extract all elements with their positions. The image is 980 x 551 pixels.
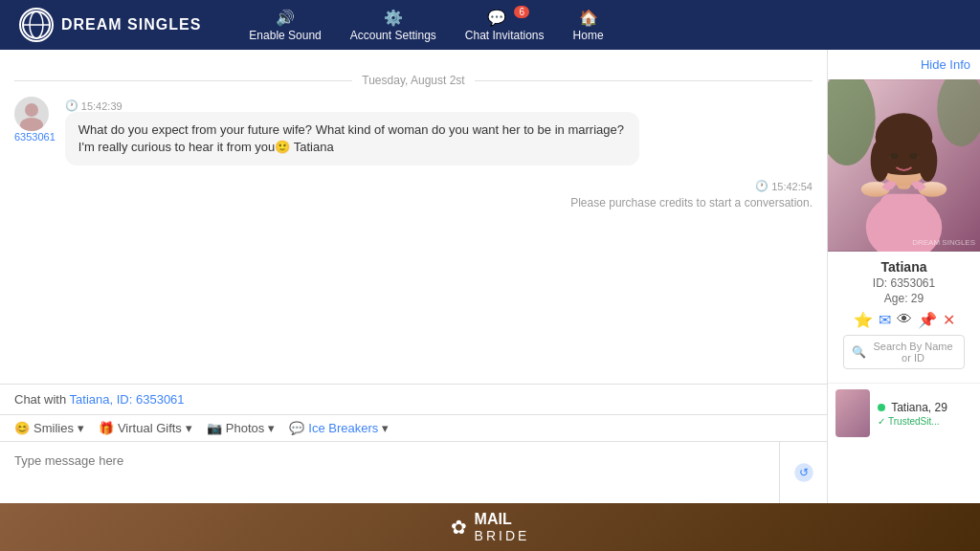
send-icon: ↺: [794, 463, 813, 482]
mini-profile-name: Tatiana, 29: [878, 401, 947, 414]
smilies-button[interactable]: 😊 Smilies ▾: [14, 421, 84, 435]
profile-photo: DREAM SINGLES: [828, 79, 980, 252]
message-bubble: What do you expect from your future wife…: [65, 112, 639, 165]
sender-id-link[interactable]: 6353061: [14, 131, 56, 143]
footer: ✿ MAIL BRIDE: [0, 503, 980, 551]
search-placeholder: Search By Name or ID: [870, 341, 956, 364]
ice-breakers-icon: 💬: [289, 421, 304, 435]
profile-info: Tatiana ID: 6353061 Age: 29 ⭐ ✉ 👁 📌 ✕ 🔍 …: [828, 252, 980, 383]
gear-icon: ⚙️: [384, 9, 403, 27]
chat-area: Tuesday, August 2st 6353061 🕐: [0, 50, 827, 503]
chat-messages: Tuesday, August 2st 6353061 🕐: [0, 50, 827, 384]
avatar: [14, 97, 49, 131]
svg-point-4: [20, 118, 43, 131]
chat-toolbar: 😊 Smilies ▾ 🎁 Virtual Gifts ▾ 📷 Photos ▾…: [0, 414, 827, 441]
gift-icon: 🎁: [99, 421, 114, 435]
ice-breakers-chevron-icon: ▾: [382, 421, 389, 435]
profile-name: Tatiana: [835, 259, 972, 275]
chat-partner-link[interactable]: Tatiana, ID: 6353061: [70, 392, 185, 407]
header: DREAM SINGLES 🔊 Enable Sound ⚙️ Account …: [0, 0, 980, 50]
nav-chat-invitations-label: Chat Invitations: [465, 29, 545, 42]
watermark: DREAM SINGLES: [912, 238, 975, 247]
action-icons: ⭐ ✉ 👁 📌 ✕: [835, 311, 972, 329]
virtual-gifts-button[interactable]: 🎁 Virtual Gifts ▾: [99, 421, 192, 435]
smilies-chevron-icon: ▾: [78, 421, 84, 435]
trusted-badge: ✓ TrustedSit...: [878, 416, 947, 427]
footer-bride-text: BRIDE: [475, 528, 530, 544]
nav-enable-sound-label: Enable Sound: [249, 29, 321, 42]
chat-input-area: ↺: [0, 441, 827, 503]
profile-id: ID: 6353061: [835, 276, 972, 290]
favorite-icon[interactable]: ⭐: [854, 311, 873, 329]
search-bar[interactable]: 🔍 Search By Name or ID: [843, 335, 965, 369]
footer-mail-text: MAIL: [475, 510, 530, 528]
message-content: 🕐 15:42:39 What do you expect from your …: [65, 97, 639, 165]
bookmark-icon[interactable]: 📌: [918, 311, 937, 329]
nav-account-settings[interactable]: ⚙️ Account Settings: [350, 9, 436, 42]
svg-point-17: [878, 156, 931, 175]
ice-breakers-button[interactable]: 💬 Ice Breakers ▾: [289, 421, 389, 435]
hide-info-button[interactable]: Hide Info: [828, 50, 980, 79]
search-icon: 🔍: [852, 345, 866, 359]
view-icon[interactable]: 👁: [897, 311, 912, 329]
mini-info: Tatiana, 29 ✓ TrustedSit...: [878, 401, 947, 427]
footer-flower-icon: ✿: [451, 516, 467, 539]
mini-profile-row: Tatiana, 29 ✓ TrustedSit...: [828, 383, 980, 443]
profile-image-svg: [828, 79, 980, 252]
nav-account-settings-label: Account Settings: [350, 29, 436, 42]
purchase-notice: Please purchase credits to start a conve…: [570, 196, 813, 209]
photos-chevron-icon: ▾: [268, 421, 275, 435]
smilies-icon: 😊: [14, 421, 30, 435]
logo-text: DREAM SINGLES: [61, 16, 201, 33]
date-divider: Tuesday, August 2st: [14, 74, 813, 87]
nav-home-label: Home: [573, 29, 604, 42]
sender-avatar-area: 6353061: [14, 97, 56, 143]
gifts-chevron-icon: ▾: [186, 421, 192, 435]
block-icon[interactable]: ✕: [943, 311, 955, 329]
photos-button[interactable]: 📷 Photos ▾: [207, 421, 275, 435]
table-row: 🕐 15:42:54 Please purchase credits to st…: [14, 177, 813, 209]
nav-enable-sound[interactable]: 🔊 Enable Sound: [249, 9, 321, 42]
main-container: Tuesday, August 2st 6353061 🕐: [0, 50, 980, 503]
footer-logo: ✿ MAIL BRIDE: [451, 510, 530, 544]
message-icon[interactable]: ✉: [879, 311, 891, 329]
sound-icon: 🔊: [276, 9, 295, 27]
svg-point-19: [909, 153, 917, 159]
message-input[interactable]: [0, 442, 779, 503]
send-button[interactable]: ↺: [779, 442, 827, 503]
online-indicator: [878, 404, 885, 411]
footer-text: MAIL BRIDE: [475, 510, 530, 544]
chat-icon: 💬6: [487, 9, 522, 27]
svg-text:↺: ↺: [799, 466, 809, 479]
profile-photo-placeholder: DREAM SINGLES: [828, 79, 980, 252]
chat-badge: 6: [514, 6, 529, 18]
logo[interactable]: DREAM SINGLES: [19, 8, 201, 42]
svg-point-3: [25, 103, 38, 117]
nav-home[interactable]: 🏠 Home: [573, 9, 604, 42]
nav-bar: 🔊 Enable Sound ⚙️ Account Settings 💬6 Ch…: [249, 9, 603, 42]
table-row: 6353061 🕐 15:42:39 What do you expect fr…: [14, 97, 813, 165]
nav-chat-invitations[interactable]: 💬6 Chat Invitations: [465, 9, 545, 42]
mini-avatar: [835, 389, 870, 437]
svg-point-18: [891, 153, 899, 159]
message-time: 🕐 15:42:39: [65, 99, 639, 112]
profile-age: Age: 29: [835, 292, 972, 305]
checkmark-icon: ✓: [878, 416, 885, 427]
logo-icon: [19, 8, 54, 42]
chat-label-bar: Chat with Tatiana, ID: 6353061: [0, 384, 827, 414]
right-panel: Hide Info: [827, 50, 980, 503]
sent-message-content: 🕐 15:42:54 Please purchase credits to st…: [570, 177, 813, 209]
sent-message-time: 🕐 15:42:54: [570, 180, 813, 192]
svg-rect-11: [880, 194, 928, 242]
camera-icon: 📷: [207, 421, 222, 435]
home-icon: 🏠: [579, 9, 598, 27]
